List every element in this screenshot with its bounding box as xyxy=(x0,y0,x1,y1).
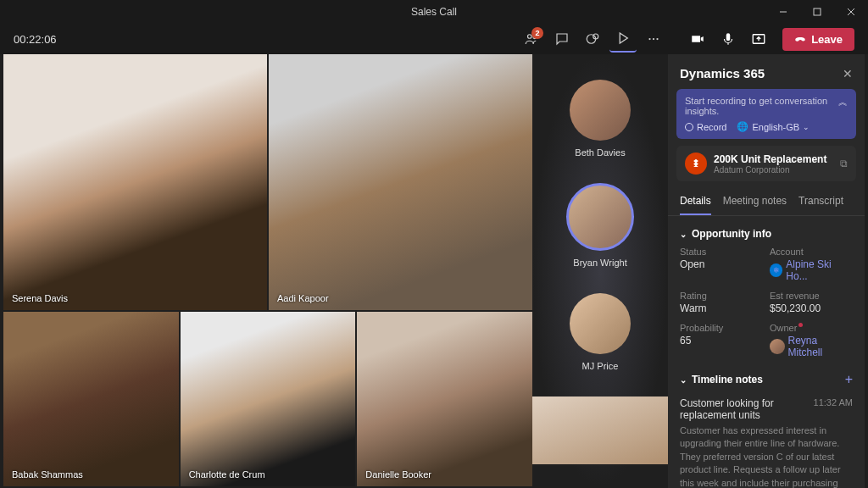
avatar-item[interactable]: Bryan Wright xyxy=(566,183,634,268)
close-icon[interactable] xyxy=(834,0,868,24)
field-probability: Probability 65 xyxy=(680,323,763,358)
section-header[interactable]: ⌄ Opportunity info xyxy=(680,228,853,240)
video-tile[interactable]: Aadi Kapoor xyxy=(269,54,532,310)
mic-icon[interactable] xyxy=(715,25,742,53)
field-label: Rating xyxy=(680,291,763,301)
video-tile[interactable]: Babak Shammas xyxy=(3,312,179,486)
recording-banner: Start recording to get conversation insi… xyxy=(676,89,856,139)
avatar xyxy=(570,80,631,141)
section-header[interactable]: ⌄ Timeline notes + xyxy=(680,372,853,387)
svg-rect-11 xyxy=(726,33,731,41)
chat-icon[interactable] xyxy=(548,25,576,53)
toolbar-actions: 2 Leave xyxy=(518,25,854,53)
svg-rect-1 xyxy=(814,8,821,15)
video-tile[interactable]: Serena Davis xyxy=(3,54,267,310)
collapse-icon[interactable]: ︽ xyxy=(838,96,848,116)
opportunity-title: 200K Unit Replacement xyxy=(714,153,833,165)
field-rating: Rating Warm xyxy=(680,291,763,314)
participant-name: Babak Shammas xyxy=(12,469,83,480)
section-title: Timeline notes xyxy=(692,374,763,385)
main-area: Serena Davis Aadi Kapoor Babak Shammas C… xyxy=(0,54,868,488)
participant-name: Danielle Booker xyxy=(365,469,431,480)
chevron-down-icon: ⌄ xyxy=(680,230,687,239)
section-title: Opportunity info xyxy=(692,228,771,240)
note-body: Customer has expressed interest in upgra… xyxy=(680,424,853,488)
field-value: Open xyxy=(680,258,763,270)
avatar xyxy=(566,183,634,251)
participant-name: Aadi Kapoor xyxy=(277,293,329,303)
avatar xyxy=(770,339,785,354)
leave-button[interactable]: Leave xyxy=(782,28,854,51)
more-icon[interactable] xyxy=(640,25,667,53)
avatar-item[interactable]: MJ Price xyxy=(570,293,631,371)
camera-icon[interactable] xyxy=(684,25,711,53)
recording-prompt: Start recording to get conversation insi… xyxy=(685,96,838,116)
account-link[interactable]: ❄Alpine Ski Ho... xyxy=(770,258,853,282)
field-owner: Owner Reyna Mitchell xyxy=(770,323,853,358)
field-label: Est revenue xyxy=(770,291,853,301)
field-status: Status Open xyxy=(680,247,763,282)
panel-tabs: Details Meeting notes Transcript xyxy=(668,188,865,216)
timeline-note[interactable]: Customer looking for replacement units 1… xyxy=(680,394,853,488)
panel-title: Dynamics 365 xyxy=(680,66,765,80)
field-value: Warm xyxy=(680,302,763,314)
field-label: Owner xyxy=(770,323,853,333)
participant-name: Beth Davies xyxy=(575,147,625,158)
reactions-icon[interactable] xyxy=(579,25,606,53)
field-value: 65 xyxy=(680,335,763,347)
title-bar: Sales Call xyxy=(0,0,868,24)
opportunity-card[interactable]: 200K Unit Replacement Adatum Corporation… xyxy=(676,146,856,181)
account-icon: ❄ xyxy=(770,263,782,277)
video-tile[interactable]: Danielle Booker xyxy=(357,312,532,486)
opportunity-info-section: ⌄ Opportunity info Status Open Account ❄… xyxy=(668,223,865,367)
window-controls xyxy=(766,0,868,24)
field-label: Status xyxy=(680,247,763,257)
opportunity-subtitle: Adatum Corporation xyxy=(714,165,833,175)
timeline-section: ⌄ Timeline notes + Customer looking for … xyxy=(668,367,865,488)
window-title: Sales Call xyxy=(411,6,457,18)
call-toolbar: 00:22:06 2 Leave xyxy=(0,24,868,54)
video-tile[interactable]: Charlotte de Crum xyxy=(181,312,356,486)
maximize-icon[interactable] xyxy=(800,0,834,24)
tab-details[interactable]: Details xyxy=(680,188,711,215)
tab-meeting-notes[interactable]: Meeting notes xyxy=(723,188,787,215)
field-value: $50,230.00 xyxy=(770,302,853,314)
chevron-down-icon: ⌄ xyxy=(803,123,810,131)
add-note-icon[interactable]: + xyxy=(845,372,853,387)
call-timer: 00:22:06 xyxy=(14,33,57,46)
participant-name: Charlotte de Crum xyxy=(189,469,265,480)
share-icon[interactable] xyxy=(745,25,772,53)
chevron-down-icon: ⌄ xyxy=(680,375,687,385)
tab-transcript[interactable]: Transcript xyxy=(798,188,843,215)
record-label: Record xyxy=(697,122,726,132)
side-participants: Beth Davies Bryan Wright MJ Price xyxy=(532,54,668,488)
field-label: Probability xyxy=(680,323,763,333)
svg-point-8 xyxy=(649,38,651,40)
owner-link[interactable]: Reyna Mitchell xyxy=(770,335,853,358)
field-revenue: Est revenue $50,230.00 xyxy=(770,291,853,314)
required-indicator-icon xyxy=(798,323,803,327)
note-title: Customer looking for replacement units xyxy=(680,397,798,421)
close-icon[interactable]: ✕ xyxy=(843,67,853,80)
opportunity-icon xyxy=(685,152,707,175)
dynamics-panel: Dynamics 365 ✕ Start recording to get co… xyxy=(668,54,865,488)
record-icon xyxy=(685,123,693,131)
language-selector[interactable]: 🌐 English-GB ⌄ xyxy=(737,121,810,132)
leave-label: Leave xyxy=(811,33,843,46)
participant-name: Serena Davis xyxy=(12,293,68,303)
apps-icon[interactable] xyxy=(609,25,637,53)
globe-icon: 🌐 xyxy=(737,121,748,132)
avatar xyxy=(570,293,631,354)
record-button[interactable]: Record xyxy=(685,122,726,132)
field-label: Account xyxy=(770,247,853,257)
participant-name: MJ Price xyxy=(582,361,619,371)
avatar-item[interactable]: Beth Davies xyxy=(570,80,631,158)
svg-point-10 xyxy=(657,38,659,40)
popout-icon[interactable]: ⧉ xyxy=(840,158,848,169)
minimize-icon[interactable] xyxy=(766,0,800,24)
video-grid: Serena Davis Aadi Kapoor Babak Shammas C… xyxy=(0,54,532,488)
panel-header: Dynamics 365 ✕ xyxy=(668,54,865,89)
people-badge: 2 xyxy=(531,27,543,39)
people-icon[interactable]: 2 xyxy=(518,25,545,53)
video-tile[interactable] xyxy=(532,396,668,464)
